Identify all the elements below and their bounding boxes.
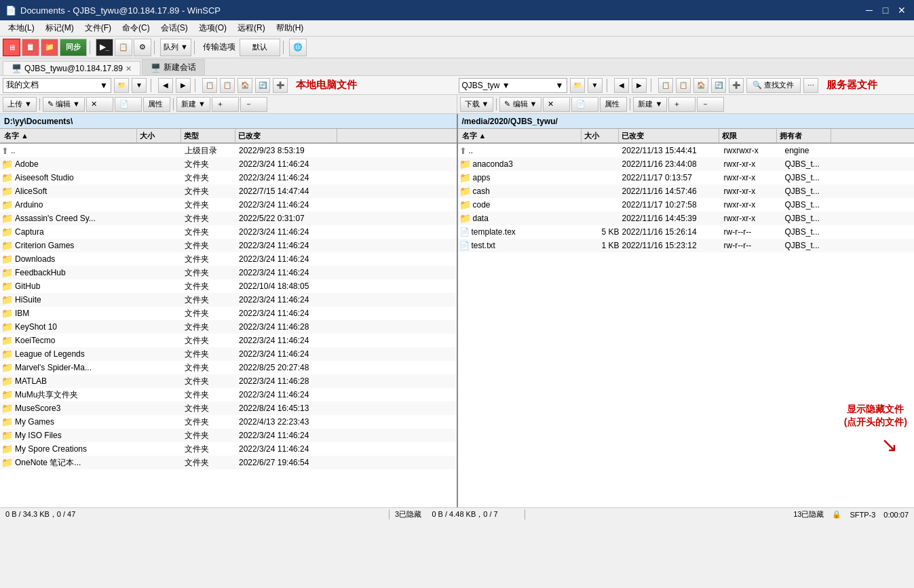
local-edit-button[interactable]: ✎ 编辑 ▼ bbox=[43, 97, 85, 112]
local-add-item-button[interactable]: ＋ bbox=[212, 97, 239, 112]
remote-rename-button[interactable]: 📄 bbox=[571, 97, 598, 112]
local-delete-button[interactable]: ✕ bbox=[86, 97, 113, 112]
remote-file-row[interactable]: 📄 test.txt 1 KB 2022/11/16 15:23:12 rw-r… bbox=[458, 239, 915, 252]
remote-extra-btn[interactable]: ⋯ bbox=[803, 78, 818, 93]
remote-back-btn[interactable]: ◀ bbox=[614, 78, 629, 93]
local-col-type[interactable]: 类型 bbox=[181, 129, 235, 142]
local-file-row[interactable]: 📁 KoeiTecmo 文件夹 2022/3/24 11:46:24 bbox=[0, 334, 457, 347]
local-nav-2[interactable]: 📋 bbox=[220, 78, 235, 93]
local-file-row[interactable]: 📁 GitHub 文件夹 2022/10/4 18:48:05 bbox=[0, 279, 457, 293]
local-nav-1[interactable]: 📋 bbox=[202, 78, 217, 93]
remote-nav-1[interactable]: 📋 bbox=[658, 78, 673, 93]
local-add-btn[interactable]: ➕ bbox=[273, 78, 288, 93]
local-file-row[interactable]: 📁 MuseScore3 文件夹 2022/8/24 16:45:13 bbox=[0, 401, 457, 415]
local-filter-btn[interactable]: ▼ bbox=[132, 78, 147, 93]
menu-command[interactable]: 命令(C) bbox=[117, 21, 155, 35]
local-minus-button[interactable]: － bbox=[240, 97, 267, 112]
remote-nav-2[interactable]: 📋 bbox=[676, 78, 691, 93]
remote-delete-button[interactable]: ✕ bbox=[543, 97, 570, 112]
local-col-name[interactable]: 名字 ▲ bbox=[1, 129, 137, 142]
menu-help[interactable]: 帮助(H) bbox=[271, 21, 309, 35]
local-file-row[interactable]: 📁 MuMu共享文件夹 文件夹 2022/3/24 11:46:24 bbox=[0, 388, 457, 401]
toolbar-btn-2[interactable]: 📋 bbox=[22, 39, 39, 56]
local-file-row[interactable]: 📁 AliceSoft 文件夹 2022/7/15 14:47:44 bbox=[0, 184, 457, 198]
remote-col-perm[interactable]: 权限 bbox=[719, 129, 777, 142]
remote-minus-button[interactable]: － bbox=[697, 97, 724, 112]
remote-refresh-btn[interactable]: 🔄 bbox=[711, 78, 726, 93]
local-folder-btn[interactable]: 📁 bbox=[114, 78, 129, 93]
local-file-row[interactable]: 📁 Assassin's Creed Sy... 文件夹 2022/5/22 0… bbox=[0, 212, 457, 225]
local-file-row[interactable]: 📁 My ISO Files 文件夹 2022/3/24 11:46:24 bbox=[0, 429, 457, 442]
local-file-row[interactable]: 📁 Captura 文件夹 2022/3/24 11:46:24 bbox=[0, 225, 457, 239]
local-new-button[interactable]: 新建 ▼ bbox=[176, 97, 210, 112]
remote-file-row[interactable]: ⬆ .. 2022/11/13 15:44:41 rwxrwxr-x engin… bbox=[458, 144, 915, 157]
local-forward-btn[interactable]: ▶ bbox=[176, 78, 191, 93]
remote-path-combo[interactable]: QJBS_tyw ▼ ▼ bbox=[459, 78, 567, 93]
toolbar-btn-3[interactable]: 📁 bbox=[41, 39, 58, 56]
queue-button[interactable]: 队列 ▼ bbox=[160, 39, 191, 56]
remote-file-row[interactable]: 📁 data 2022/11/16 14:45:39 rwxr-xr-x QJB… bbox=[458, 212, 915, 225]
remote-file-row[interactable]: 📁 code 2022/11/17 10:27:58 rwxr-xr-x QJB… bbox=[458, 198, 915, 212]
download-button[interactable]: 下载 ▼ bbox=[460, 97, 494, 112]
local-file-row[interactable]: 📁 My Games 文件夹 2022/4/13 22:23:43 bbox=[0, 415, 457, 429]
local-file-row[interactable]: 📁 My Spore Creations 文件夹 2022/3/24 11:46… bbox=[0, 442, 457, 456]
menu-mark[interactable]: 标记(M) bbox=[40, 21, 79, 35]
find-files-btn[interactable]: 🔍 查找文件 bbox=[746, 78, 801, 93]
local-file-row[interactable]: 📁 FeedbackHub 文件夹 2022/3/24 11:46:24 bbox=[0, 266, 457, 279]
remote-file-row[interactable]: 📄 template.tex 5 KB 2022/11/16 15:26:14 … bbox=[458, 225, 915, 239]
local-file-row[interactable]: 📁 MATLAB 文件夹 2022/3/24 11:46:28 bbox=[0, 374, 457, 388]
remote-add-btn[interactable]: ➕ bbox=[729, 78, 744, 93]
local-file-row[interactable]: ⬆ .. 上级目录 2022/9/23 8:53:19 bbox=[0, 144, 457, 157]
toolbar-btn-1[interactable]: 🖥 bbox=[3, 39, 20, 56]
menu-options[interactable]: 选项(O) bbox=[193, 21, 232, 35]
local-home-btn[interactable]: 🏠 bbox=[237, 78, 252, 93]
upload-button[interactable]: 上传 ▼ bbox=[3, 97, 37, 112]
remote-filter-btn[interactable]: ▼ bbox=[588, 78, 603, 93]
remote-folder-btn[interactable]: 📁 bbox=[570, 78, 585, 93]
menu-session[interactable]: 会话(S) bbox=[155, 21, 193, 35]
local-file-row[interactable]: 📁 OneNote 笔记本... 文件夹 2022/6/27 19:46:54 bbox=[0, 456, 457, 469]
remote-new-button[interactable]: 新建 ▼ bbox=[633, 97, 667, 112]
local-file-row[interactable]: 📁 League of Legends 文件夹 2022/3/24 11:46:… bbox=[0, 347, 457, 361]
local-file-row[interactable]: 📁 Aiseesoft Studio 文件夹 2022/3/24 11:46:2… bbox=[0, 171, 457, 184]
local-file-row[interactable]: 📁 Criterion Games 文件夹 2022/3/24 11:46:24 bbox=[0, 239, 457, 252]
local-file-row[interactable]: 📁 IBM 文件夹 2022/3/24 11:46:24 bbox=[0, 307, 457, 320]
toolbar-terminal[interactable]: ▶_ bbox=[96, 39, 113, 56]
local-file-row[interactable]: 📁 Marvel's Spider-Ma... 文件夹 2022/8/25 20… bbox=[0, 361, 457, 374]
local-col-size[interactable]: 大小 bbox=[137, 129, 181, 142]
remote-file-row[interactable]: 📁 anaconda3 2022/11/16 23:44:08 rwxr-xr-… bbox=[458, 157, 915, 171]
local-file-row[interactable]: 📁 Adobe 文件夹 2022/3/24 11:46:24 bbox=[0, 157, 457, 171]
sync-button[interactable]: 同步 bbox=[60, 39, 87, 56]
maximize-button[interactable]: □ bbox=[879, 3, 892, 17]
remote-add-item-button[interactable]: ＋ bbox=[668, 97, 696, 112]
toolbar-globe[interactable]: 🌐 bbox=[289, 39, 307, 56]
local-file-list[interactable]: ⬆ .. 上级目录 2022/9/23 8:53:19 📁 Adobe 文件夹 … bbox=[0, 144, 457, 507]
local-properties-button[interactable]: 属性 bbox=[143, 97, 170, 112]
remote-col-owner[interactable]: 拥有者 bbox=[777, 129, 831, 142]
local-file-row[interactable]: 📁 Arduino 文件夹 2022/3/24 11:46:24 bbox=[0, 198, 457, 212]
remote-edit-button[interactable]: ✎ 编辑 ▼ bbox=[499, 97, 541, 112]
menu-file[interactable]: 文件(F) bbox=[79, 21, 117, 35]
tab-new-session[interactable]: 🖥️ 新建会话 bbox=[142, 59, 205, 75]
local-drive-dropdown[interactable]: ▼ bbox=[100, 81, 108, 90]
local-file-row[interactable]: 📁 HiSuite 文件夹 2022/3/24 11:46:24 bbox=[0, 293, 457, 307]
transfer-select[interactable]: 默认 bbox=[240, 39, 280, 56]
tab-session-1[interactable]: 🖥️ QJBS_tywu@10.184.17.89 ✕ bbox=[3, 61, 140, 75]
remote-properties-button[interactable]: 属性 bbox=[600, 97, 627, 112]
menu-remote[interactable]: 远程(R) bbox=[232, 21, 271, 35]
local-col-date[interactable]: 已改变 bbox=[235, 129, 337, 142]
local-back-btn[interactable]: ◀ bbox=[158, 78, 173, 93]
minimize-button[interactable]: ─ bbox=[862, 3, 876, 17]
remote-col-date[interactable]: 已改变 bbox=[619, 129, 719, 142]
local-path-combo[interactable]: 我的文档 ▼ bbox=[3, 78, 111, 93]
close-button[interactable]: ✕ bbox=[895, 3, 909, 17]
toolbar-btn-6[interactable]: ⚙ bbox=[134, 39, 151, 56]
remote-drive-dropdown[interactable]: ▼ bbox=[556, 81, 564, 90]
local-file-row[interactable]: 📁 KeyShot 10 文件夹 2022/3/24 11:46:28 bbox=[0, 320, 457, 334]
menu-local[interactable]: 本地(L) bbox=[3, 21, 40, 35]
toolbar-btn-5[interactable]: 📋 bbox=[115, 39, 132, 56]
remote-forward-btn[interactable]: ▶ bbox=[632, 78, 647, 93]
remote-file-row[interactable]: 📁 apps 2022/11/17 0:13:57 rwxr-xr-x QJBS… bbox=[458, 171, 915, 184]
local-rename-button[interactable]: 📄 bbox=[115, 97, 142, 112]
remote-file-row[interactable]: 📁 cash 2022/11/16 14:57:46 rwxr-xr-x QJB… bbox=[458, 184, 915, 198]
